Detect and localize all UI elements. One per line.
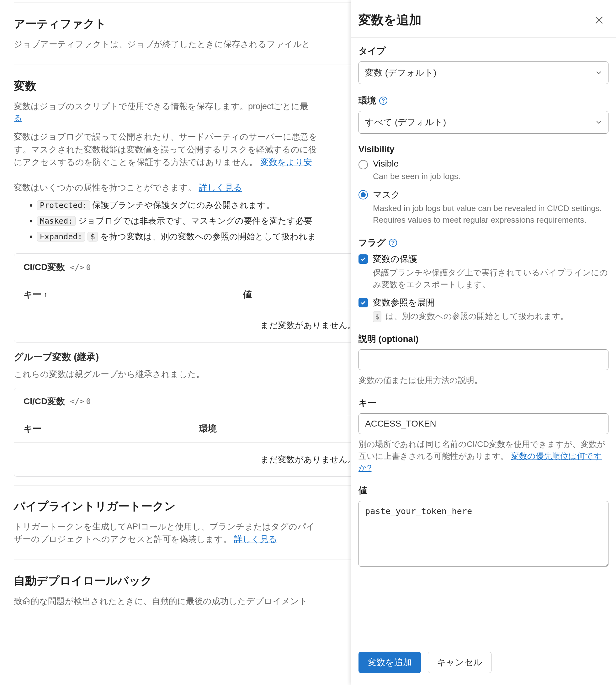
visibility-label: Visibility — [358, 144, 609, 154]
visibility-visible-desc: Can be seen in job logs. — [373, 171, 609, 182]
expanded-dollar: $ — [88, 232, 98, 242]
visibility-masked-desc: Masked in job logs but value can be reve… — [373, 203, 609, 226]
value-label: 値 — [358, 485, 609, 496]
group-variables-card-title: CI/CD変数 — [24, 396, 65, 407]
variables-desc-1-text: 変数はジョブのスクリプトで使用できる情報を保存します。projectごとに最 — [14, 102, 308, 111]
flags-label: フラグ ? — [358, 237, 609, 249]
project-variables-card-title: CI/CD変数 — [24, 261, 65, 273]
group-variables-count: </> 0 — [70, 397, 91, 406]
protected-text: 保護ブランチや保護タグにのみ公開されます。 — [90, 200, 275, 210]
col-env[interactable]: 環境 — [199, 423, 217, 435]
cancel-button[interactable]: キャンセル — [428, 652, 491, 673]
protect-checkbox[interactable] — [358, 255, 368, 264]
type-select[interactable]: 変数 (デフォルト) — [358, 62, 609, 84]
sort-asc-icon: ↑ — [44, 290, 47, 299]
env-select-value: すべて (デフォルト) — [365, 116, 446, 128]
description-label: 説明 (optional) — [358, 333, 609, 345]
visibility-masked-title: マスク — [373, 189, 609, 201]
expanded-text: を持つ変数は、別の変数への参照の開始として扱われま — [98, 232, 316, 241]
protect-title: 変数の保護 — [373, 253, 609, 265]
masked-text: ジョブログでは非表示です。マスキングの要件を満たす必要 — [75, 216, 312, 225]
close-icon[interactable] — [595, 16, 603, 24]
type-select-value: 変数 (デフォルト) — [365, 67, 436, 79]
key-input[interactable] — [358, 413, 609, 434]
panel-title: 変数を追加 — [358, 11, 421, 28]
help-icon[interactable]: ? — [379, 96, 387, 105]
add-variable-panel: 変数を追加 タイプ 変数 (デフォルト) 環境 ? すべて (デフォルト) Vi… — [351, 0, 616, 685]
description-help: 変数の値または使用方法の説明。 — [358, 375, 609, 386]
chevron-down-icon — [596, 70, 602, 76]
variables-desc-2c: にアクセスするのを防ぐことを保証する方法ではありません。 — [14, 157, 260, 167]
col-key-2[interactable]: キー — [24, 423, 199, 435]
type-label: タイプ — [358, 45, 609, 57]
help-icon[interactable]: ? — [389, 239, 397, 247]
trigger-learn-more-link[interactable]: 詳しく見る — [234, 534, 277, 544]
visibility-visible-radio[interactable] — [358, 160, 368, 169]
env-select[interactable]: すべて (デフォルト) — [358, 111, 609, 134]
col-key[interactable]: キー ↑ — [24, 289, 243, 301]
masked-code: Masked: — [37, 216, 75, 226]
protect-desc: 保護ブランチや保護タグ上で実行されているパイプラインにのみ変数をエクスポートしま… — [373, 267, 609, 290]
expand-title: 変数参照を展開 — [373, 297, 609, 309]
chevron-down-icon — [596, 119, 602, 126]
expand-desc: $ は、別の変数への参照の開始として扱われます。 — [373, 310, 609, 323]
expand-checkbox[interactable] — [358, 298, 368, 307]
variables-attr-intro: 変数はいくつかの属性を持つことができます。 — [14, 183, 199, 192]
visibility-visible-title: Visible — [373, 159, 609, 169]
submit-button[interactable]: 変数を追加 — [358, 652, 421, 673]
env-label: 環境 ? — [358, 95, 609, 107]
visibility-masked-radio[interactable] — [358, 190, 368, 199]
key-help: 別の場所であれば同じ名前のCI/CD変数を使用できますが、変数が互いに上書きされ… — [358, 439, 609, 474]
col-value[interactable]: 値 — [243, 289, 252, 301]
project-variables-count: </> 0 — [70, 263, 91, 272]
expanded-code: Expanded: — [37, 232, 85, 242]
trigger-desc-2: ザーのプロジェクトへのアクセスと許可を偽装します。 — [14, 534, 234, 544]
description-input[interactable] — [358, 349, 609, 370]
variables-desc-1-link[interactable]: る — [14, 113, 22, 123]
protected-code: Protected: — [37, 200, 90, 210]
variables-attr-learn-more-link[interactable]: 詳しく見る — [199, 183, 242, 192]
value-textarea[interactable] — [358, 501, 609, 567]
variables-secure-link[interactable]: 変数をより安 — [260, 157, 312, 167]
key-label: キー — [358, 397, 609, 409]
